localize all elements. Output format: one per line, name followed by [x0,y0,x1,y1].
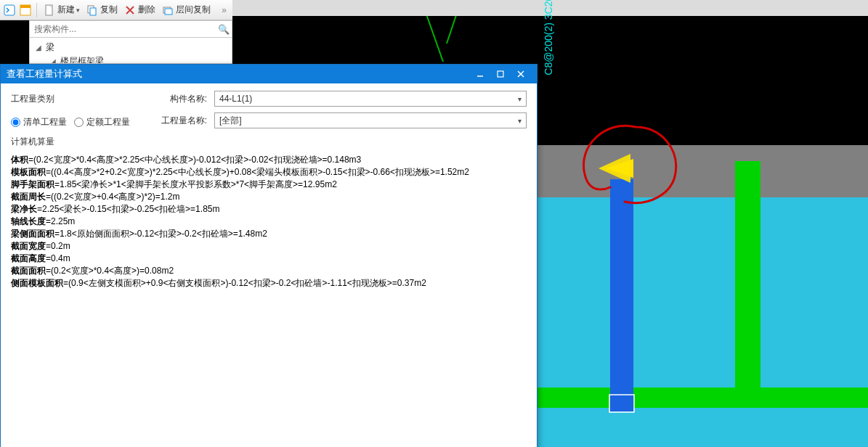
maximize-button[interactable] [490,66,511,82]
console-icon[interactable] [3,4,16,17]
svg-rect-15 [20,5,31,8]
component-tree[interactable]: ◢ 梁 ◢ 楼层框架梁 [29,38,232,64]
delete-button[interactable]: 删除 [122,4,157,17]
calculation-line: 梁侧面面积=1.8<原始侧面面积>-0.12<扣梁>-0.2<扣砼墙>=1.48… [11,228,527,240]
svg-rect-18 [90,8,96,15]
calculation-line: 截面高度=0.4m [11,253,527,265]
tree-node-floor-frame-beam[interactable]: ◢ 楼层框架梁 [36,54,226,64]
svg-rect-2 [538,145,868,197]
dialog-titlebar[interactable]: 查看工程量计算式 [1,65,537,83]
quantity-name-value: [全部] [219,115,242,127]
layer-copy-button[interactable]: 层间复制 [160,4,212,17]
calculation-line: 截面周长=((0.2<宽度>+0.4<高度>)*2)=1.2m [11,191,527,203]
tree-node-beam[interactable]: ◢ 梁 [36,41,226,54]
minimize-button[interactable] [470,66,490,82]
collapse-icon[interactable]: ◢ [50,57,57,64]
calc-section-title: 计算机算量 [1,131,537,149]
quantity-name-label: 工程量名称: [149,115,207,127]
calculation-line: 侧面模板面积=(0.9<左侧支模面积>+0.9<右侧支模面积>)-0.12<扣梁… [11,277,527,290]
tree-label: 楼层框架梁 [60,55,104,64]
calculation-line: 脚手架面积=1.85<梁净长>*1<梁脚手架长度水平投影系数>*7<脚手架高度>… [11,179,527,191]
search-icon[interactable]: 🔍 [216,24,232,35]
rebar-label: C8@200(2) 3C20;2C14 [543,0,554,131]
component-name-label: 构件名称: [149,93,207,105]
calculation-line: 轴线长度=2.25m [11,216,527,228]
chevron-down-icon: ▾ [518,95,522,103]
collapse-icon[interactable]: ◢ [36,44,43,52]
layer-copy-label: 层间复制 [176,4,211,16]
svg-rect-5 [760,197,868,387]
component-name-select[interactable]: 44-L1(1) ▾ [214,91,527,107]
close-button[interactable] [511,66,531,82]
calculation-line: 截面宽度=0.2m [11,240,527,253]
category-label: 工程量类别 [11,91,142,105]
new-button[interactable]: 新建 ▾ [41,4,81,17]
quantity-calc-dialog: 查看工程量计算式 工程量类别 构件名称: 44-L1(1) ▾ 清单工程量 定额… [0,64,538,447]
svg-rect-7 [735,161,760,387]
quantity-name-select[interactable]: [全部] ▾ [214,112,527,128]
radio-list-input[interactable] [11,118,20,127]
radio-quota-label: 定额工程量 [86,116,130,128]
svg-rect-9 [610,179,633,411]
calculation-line: 体积=(0.2<宽度>*0.4<高度>*2.25<中心线长度>)-0.012<扣… [11,154,527,166]
tree-label: 梁 [46,41,54,54]
copy-label: 复制 [100,4,118,16]
layer-copy-icon [161,4,174,17]
svg-rect-4 [633,197,735,387]
copy-button[interactable]: 复制 [84,4,119,17]
delete-label: 删除 [138,4,155,16]
chevron-down-icon: ▾ [518,117,522,125]
svg-rect-20 [165,9,172,15]
separator [36,3,37,17]
search-wrapper: 🔍 [29,20,232,38]
radio-quota-input[interactable] [74,118,84,127]
copy-icon [86,4,99,17]
calculation-line: 模板面积=((0.4<高度>*2+0.2<宽度>)*2.25<中心线长度>)+0… [11,166,527,179]
layout-icon[interactable] [19,4,32,17]
calculation-line: 截面面积=(0.2<宽度>*0.4<高度>)=0.08m2 [11,265,527,277]
delete-icon [123,4,137,17]
new-label: 新建 [57,4,75,16]
radio-quota-quantity[interactable]: 定额工程量 [74,116,130,128]
component-name-value: 44-L1(1) [219,94,252,104]
chevron-down-icon: ▾ [76,7,80,14]
calculation-list: 体积=(0.2<宽度>*0.4<高度>*2.25<中心线长度>)-0.012<扣… [1,149,537,447]
svg-rect-22 [498,71,503,77]
toolbar: 新建 ▾ 复制 删除 层间复制 » [0,0,232,20]
dialog-title: 查看工程量计算式 [7,67,470,81]
radio-list-label: 清单工程量 [23,116,67,128]
calculation-line: 梁净长=2.25<梁长>-0.15<扣梁>-0.25<扣砼墙>=1.85m [11,203,527,216]
toolbar-expand[interactable]: » [219,5,230,15]
radio-list-quantity[interactable]: 清单工程量 [11,116,67,128]
new-icon [43,4,56,17]
svg-rect-6 [538,406,868,447]
svg-rect-8 [538,387,868,408]
search-input[interactable] [30,24,216,34]
